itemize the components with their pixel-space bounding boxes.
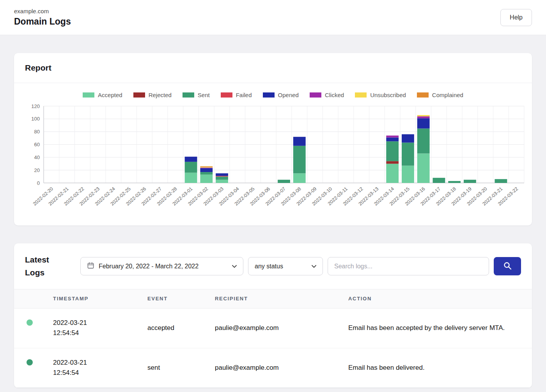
help-button[interactable]: Help bbox=[500, 9, 532, 26]
legend-label: Failed bbox=[236, 92, 252, 98]
status-dot-cell bbox=[14, 318, 53, 326]
status-dot bbox=[27, 319, 33, 326]
recipient-cell: paulie@example.com bbox=[215, 323, 348, 333]
latest-logs-card: Latest Logs February 20, 2022 - March 22… bbox=[14, 243, 532, 388]
search-button[interactable] bbox=[494, 257, 521, 275]
main-content: Report AcceptedRejectedSentFailedOpenedC… bbox=[0, 35, 546, 388]
action-cell: Email has been delivered. bbox=[348, 363, 531, 373]
legend-swatch bbox=[417, 92, 429, 98]
date-range-picker[interactable]: February 20, 2022 - March 22, 2022 bbox=[80, 257, 243, 275]
svg-text:20: 20 bbox=[34, 167, 40, 173]
chart-legend: AcceptedRejectedSentFailedOpenedClickedU… bbox=[20, 92, 526, 98]
logs-table: TIMESTAMP EVENT RECIPIENT ACTION 2022-03… bbox=[14, 289, 532, 388]
status-filter-value: any status bbox=[255, 263, 283, 270]
column-header-action: ACTION bbox=[348, 295, 532, 303]
status-dot bbox=[27, 359, 33, 365]
column-header-recipient: RECIPIENT bbox=[215, 295, 348, 303]
date-range-value: February 20, 2022 - March 22, 2022 bbox=[99, 263, 199, 270]
legend-swatch bbox=[83, 92, 94, 98]
report-card: Report AcceptedRejectedSentFailedOpenedC… bbox=[14, 53, 532, 225]
top-bar: example.com Domain Logs Help bbox=[0, 0, 546, 35]
legend-swatch bbox=[310, 92, 321, 98]
timestamp-cell: 2022-03-21 12:54:54 bbox=[53, 318, 100, 339]
event-cell: sent bbox=[147, 363, 215, 373]
svg-text:0: 0 bbox=[37, 180, 40, 186]
legend-label: Complained bbox=[432, 92, 463, 98]
svg-text:60: 60 bbox=[34, 142, 40, 147]
legend-label: Rejected bbox=[149, 92, 172, 98]
legend-label: Clicked bbox=[325, 92, 344, 98]
legend-item[interactable]: Clicked bbox=[310, 92, 344, 98]
legend-swatch bbox=[183, 92, 194, 98]
legend-label: Accepted bbox=[98, 92, 122, 98]
svg-text:40: 40 bbox=[34, 154, 40, 160]
chevron-down-icon bbox=[312, 265, 316, 268]
table-row[interactable]: 2022-03-21 12:54:54 accepted paulie@exam… bbox=[14, 309, 532, 348]
legend-swatch bbox=[263, 92, 275, 98]
legend-swatch bbox=[221, 92, 232, 98]
legend-label: Opened bbox=[278, 92, 299, 98]
svg-text:100: 100 bbox=[31, 116, 40, 122]
legend-label: Unsubscribed bbox=[370, 92, 406, 98]
legend-item[interactable]: Opened bbox=[263, 92, 299, 98]
chevron-down-icon bbox=[232, 265, 237, 268]
legend-label: Sent bbox=[198, 92, 210, 98]
column-header-timestamp: TIMESTAMP bbox=[53, 295, 147, 303]
legend-item[interactable]: Complained bbox=[417, 92, 463, 98]
column-header-event: EVENT bbox=[147, 295, 215, 303]
legend-swatch bbox=[133, 92, 145, 98]
status-filter-select[interactable]: any status bbox=[248, 257, 323, 275]
legend-item[interactable]: Failed bbox=[221, 92, 252, 98]
status-dot-cell bbox=[14, 358, 53, 365]
legend-item[interactable]: Rejected bbox=[133, 92, 172, 98]
action-cell: Email has been accepted by the delivery … bbox=[348, 323, 531, 333]
latest-logs-title: Latest Logs bbox=[25, 254, 62, 279]
chart-area: AcceptedRejectedSentFailedOpenedClickedU… bbox=[14, 83, 532, 225]
legend-item[interactable]: Unsubscribed bbox=[355, 92, 406, 98]
page-title: Domain Logs bbox=[14, 16, 71, 27]
recipient-cell: paulie@example.com bbox=[215, 363, 348, 373]
search-input[interactable] bbox=[328, 257, 489, 275]
report-title: Report bbox=[14, 53, 532, 83]
domain-name: example.com bbox=[14, 8, 71, 14]
table-row[interactable]: 2022-03-21 12:54:54 sent paulie@example.… bbox=[14, 348, 532, 388]
report-chart: 0204060801001202022-02-202022-02-212022-… bbox=[20, 103, 526, 216]
logs-filters: Latest Logs February 20, 2022 - March 22… bbox=[14, 243, 532, 289]
svg-text:80: 80 bbox=[34, 129, 40, 135]
timestamp-cell: 2022-03-21 12:54:54 bbox=[53, 358, 100, 378]
table-header-row: TIMESTAMP EVENT RECIPIENT ACTION bbox=[14, 289, 532, 309]
legend-item[interactable]: Sent bbox=[183, 92, 210, 98]
event-cell: accepted bbox=[147, 323, 215, 333]
svg-text:120: 120 bbox=[31, 103, 40, 109]
calendar-icon bbox=[87, 262, 94, 271]
legend-swatch bbox=[355, 92, 367, 98]
search-icon bbox=[503, 261, 512, 271]
legend-item[interactable]: Accepted bbox=[83, 92, 122, 98]
title-block: example.com Domain Logs bbox=[14, 8, 71, 27]
